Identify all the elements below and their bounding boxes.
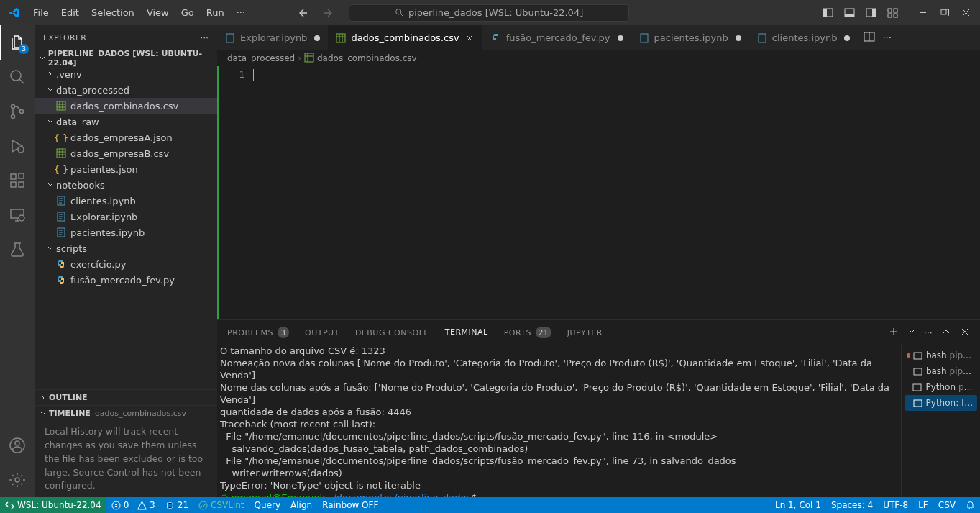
tab-dados-combinados[interactable]: dados_combinados.csv bbox=[328, 25, 482, 50]
panel-tab-ports[interactable]: PORTS21 bbox=[504, 324, 551, 341]
window-close-icon[interactable] bbox=[956, 3, 976, 23]
sidebar-more-icon[interactable]: ··· bbox=[201, 33, 209, 42]
terminal-entry-bash-2[interactable]: bash pipe... bbox=[905, 363, 977, 379]
terminal-list: bash pipe... bash pipe... Python pipe...… bbox=[901, 345, 980, 497]
tree-file-fusao-mercado-py[interactable]: fusão_mercado_fev.py bbox=[35, 272, 217, 288]
status-query[interactable]: Query bbox=[249, 497, 285, 513]
svg-rect-40 bbox=[914, 400, 922, 407]
status-ports[interactable]: 21 bbox=[160, 497, 193, 513]
menu-more[interactable]: ··· bbox=[231, 4, 251, 21]
tree-file-clientes-ipynb[interactable]: clientes.ipynb bbox=[35, 193, 217, 209]
layout-customize-icon[interactable] bbox=[882, 3, 902, 23]
menu-selection[interactable]: Selection bbox=[86, 4, 140, 21]
python-icon bbox=[490, 32, 502, 44]
panel-tab-debug[interactable]: DEBUG CONSOLE bbox=[355, 325, 429, 340]
dirty-indicator bbox=[618, 35, 623, 41]
tree-folder-notebooks[interactable]: notebooks bbox=[35, 177, 217, 193]
tree-file-empresa-b-csv[interactable]: dados_empresaB.csv bbox=[35, 145, 217, 161]
tab-clientes[interactable]: clientes.ipynb bbox=[749, 25, 858, 50]
activity-testing-icon[interactable] bbox=[0, 232, 35, 267]
layout-primary-icon[interactable] bbox=[818, 3, 838, 23]
tree-folder-data-raw[interactable]: data_raw bbox=[35, 114, 217, 130]
activity-extensions-icon[interactable] bbox=[0, 163, 35, 198]
window-maximize-icon[interactable] bbox=[934, 3, 954, 23]
status-notifications-icon[interactable] bbox=[961, 500, 980, 509]
menu-view[interactable]: View bbox=[141, 4, 175, 21]
tree-file-explorar-ipynb[interactable]: Explorar.ipynb bbox=[35, 209, 217, 224]
status-remote[interactable]: WSL: Ubuntu-22.04 bbox=[0, 497, 106, 513]
status-csvlint[interactable]: CSVLint bbox=[193, 497, 249, 513]
svg-rect-39 bbox=[913, 384, 921, 391]
editor-tabs: Explorar.ipynb dados_combinados.csv fusã… bbox=[217, 25, 980, 50]
menu-go[interactable]: Go bbox=[175, 4, 200, 21]
status-spaces[interactable]: Spaces: 4 bbox=[826, 500, 878, 510]
activity-explorer-icon[interactable]: 3 bbox=[0, 25, 35, 60]
status-language[interactable]: CSV bbox=[933, 500, 961, 510]
activity-settings-icon[interactable] bbox=[0, 463, 35, 497]
panel-tab-jupyter[interactable]: JUPYTER bbox=[567, 325, 603, 340]
panel: PROBLEMS3 OUTPUT DEBUG CONSOLE TERMINAL … bbox=[217, 319, 980, 497]
tree-folder-venv[interactable]: .venv bbox=[35, 66, 217, 82]
activity-accounts-icon[interactable] bbox=[0, 428, 35, 463]
dirty-indicator bbox=[314, 35, 320, 41]
terminal-entry-bash-1[interactable]: bash pipe... bbox=[905, 348, 977, 363]
breadcrumbs[interactable]: data_processed › dados_combinados.csv bbox=[217, 50, 980, 66]
tree-file-pacientes-ipynb[interactable]: pacientes.ipynb bbox=[35, 224, 217, 240]
tree-file-pacientes-json[interactable]: { }pacientes.json bbox=[35, 161, 217, 177]
folder-root[interactable]: PIPERLINE_DADOS [WSL: UBUNTU-22.04] bbox=[35, 50, 217, 66]
outline-section[interactable]: OUTLINE bbox=[35, 389, 217, 405]
layout-panel-icon[interactable] bbox=[839, 3, 859, 23]
status-encoding[interactable]: UTF-8 bbox=[878, 500, 913, 510]
nav-forward-icon[interactable] bbox=[319, 4, 337, 22]
tab-explorar[interactable]: Explorar.ipynb bbox=[217, 25, 328, 50]
tree-folder-data-processed[interactable]: data_processed bbox=[35, 82, 217, 98]
status-cursor-pos[interactable]: Ln 1, Col 1 bbox=[770, 500, 826, 510]
activity-source-control-icon[interactable] bbox=[0, 94, 35, 129]
tab-pacientes[interactable]: pacientes.ipynb bbox=[631, 25, 749, 50]
menu-edit[interactable]: Edit bbox=[55, 4, 85, 21]
menu-file[interactable]: File bbox=[27, 4, 55, 21]
panel-maximize-icon[interactable] bbox=[941, 327, 951, 339]
status-rainbow[interactable]: Rainbow OFF bbox=[317, 497, 383, 513]
command-center[interactable]: piperline_dados [WSL: Ubuntu-22.04] bbox=[349, 4, 629, 22]
nav-back-icon[interactable] bbox=[294, 4, 313, 22]
csv-icon bbox=[335, 32, 347, 44]
breadcrumb-file[interactable]: dados_combinados.csv bbox=[317, 53, 417, 63]
status-align[interactable]: Align bbox=[285, 497, 317, 513]
activity-search-icon[interactable] bbox=[0, 60, 35, 94]
tab-fusao-mercado[interactable]: fusão_mercado_fev.py bbox=[483, 25, 631, 50]
terminal-prompt[interactable]: ○ emanuel@Emanuel:~/documentos/piperline… bbox=[220, 491, 901, 497]
terminal-output[interactable]: O tamanho do arquivo CSV é: 1323 Nomeaçã… bbox=[217, 345, 901, 497]
close-icon[interactable] bbox=[464, 32, 475, 44]
terminal-dropdown-icon[interactable] bbox=[908, 328, 915, 337]
file-tree: .venv data_processed dados_combinados.cs… bbox=[35, 66, 217, 389]
tree-file-dados-combinados[interactable]: dados_combinados.csv bbox=[35, 98, 217, 114]
tree-file-empresa-a-json[interactable]: { }dados_empresaA.json bbox=[35, 130, 217, 145]
split-editor-icon[interactable] bbox=[864, 31, 875, 45]
svg-point-15 bbox=[20, 110, 24, 114]
more-actions-icon[interactable]: ··· bbox=[882, 32, 891, 43]
window-minimize-icon[interactable] bbox=[912, 3, 933, 23]
svg-rect-19 bbox=[19, 182, 24, 187]
terminal-entry-python-1[interactable]: Python pipe... bbox=[905, 379, 977, 395]
panel-close-icon[interactable] bbox=[960, 327, 970, 339]
activity-run-debug-icon[interactable] bbox=[0, 129, 35, 163]
editor-body[interactable]: 1 bbox=[217, 66, 980, 319]
svg-rect-11 bbox=[941, 9, 946, 14]
new-terminal-icon[interactable] bbox=[888, 326, 899, 340]
breadcrumb-folder[interactable]: data_processed bbox=[227, 53, 295, 63]
status-errors[interactable]: 0 3 bbox=[106, 497, 160, 513]
status-eol[interactable]: LF bbox=[913, 500, 933, 510]
panel-tab-problems[interactable]: PROBLEMS3 bbox=[227, 324, 289, 341]
panel-more-icon[interactable]: ··· bbox=[924, 328, 933, 337]
terminal-entry-python-2[interactable]: Python: fus... bbox=[905, 395, 977, 411]
activity-remote-icon[interactable] bbox=[0, 198, 35, 232]
panel-tab-output[interactable]: OUTPUT bbox=[305, 325, 339, 340]
timeline-section[interactable]: TIMELINEdados_combinados.csv bbox=[35, 405, 217, 421]
layout-secondary-icon[interactable] bbox=[861, 3, 881, 23]
menu-run[interactable]: Run bbox=[201, 4, 230, 21]
tree-file-exercicio-py[interactable]: exercício.py bbox=[35, 256, 217, 272]
tree-folder-scripts[interactable]: scripts bbox=[35, 240, 217, 256]
editor-content[interactable] bbox=[253, 66, 980, 319]
panel-tab-terminal[interactable]: TERMINAL bbox=[445, 324, 488, 340]
